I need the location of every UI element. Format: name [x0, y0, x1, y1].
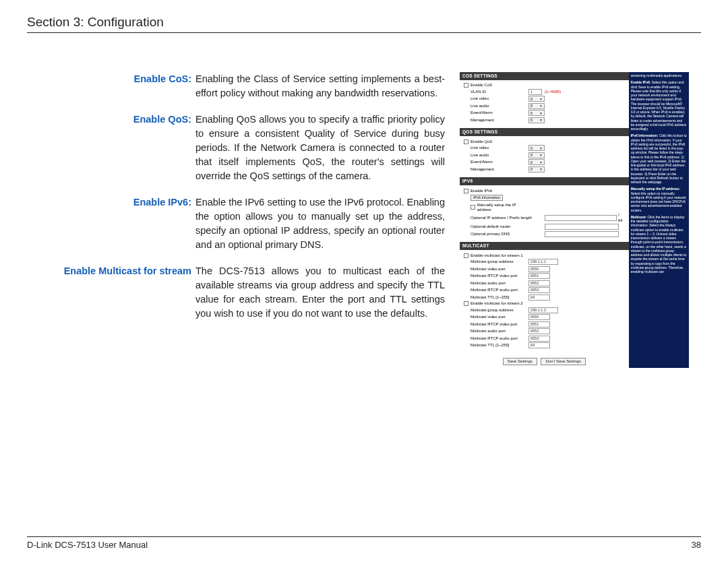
help-text: Manually setup the IP address: Select th… [631, 187, 687, 212]
section-title: Section 3: Configuration [27, 15, 164, 29]
qos-management-label: Management [464, 167, 528, 172]
qos-event-alarm-select[interactable]: 0▼ [528, 159, 545, 165]
cos-event-alarm-select[interactable]: 0▼ [528, 110, 545, 116]
chevron-down-icon: ▼ [539, 111, 543, 115]
def-enable-qos: Enable QoS: Enabling QoS allows you to s… [27, 113, 445, 183]
settings-form: COS SETTINGS Enable CoS VLAN ID1(1~4095)… [460, 72, 629, 368]
def-desc: The DCS-7513 allows you to multicast eac… [195, 264, 445, 321]
mc1-vp-input[interactable]: 6550 [528, 266, 550, 272]
def-term: Enable IPv6: [27, 195, 195, 252]
opt-dns-input[interactable] [545, 231, 619, 237]
ipv6-header: IPV6 [460, 177, 629, 185]
opt-ip-label: Optional IP address / Prefix length [464, 216, 545, 220]
button-row: Save Settings Don't Save Settings [460, 354, 629, 368]
mc2-grp-input[interactable]: 239.1.1.2 [528, 307, 558, 313]
qos-live-audio-select[interactable]: 0▼ [528, 152, 545, 158]
vlan-id-label: VLAN ID [464, 90, 528, 94]
mc2-ttl-label: Multicast TTL [1~255] [464, 343, 528, 348]
cos-header: COS SETTINGS [460, 72, 629, 80]
mc1-rvp-label: Multicast RTCP video port [464, 274, 528, 278]
chevron-down-icon: ▼ [539, 146, 543, 150]
definition-list: Enable CoS: Enabling the Class of Servic… [27, 72, 445, 368]
mc1-rap-label: Multicast RTCP audio port [464, 288, 528, 292]
qos-body: Enable QoS Live video0▼ Live audio0▼ Eve… [460, 136, 629, 177]
multicast-header: MULTICAST [460, 242, 629, 250]
settings-screenshot: COS SETTINGS Enable CoS VLAN ID1(1~4095)… [460, 72, 689, 368]
chevron-down-icon: ▼ [539, 160, 543, 164]
manual-ip-label: Manually setup the IP address [477, 203, 528, 212]
def-desc: Enable the IPv6 setting to use the IPv6 … [195, 195, 445, 252]
cos-live-video-select[interactable]: 0▼ [528, 96, 545, 102]
qos-header: QOS SETTINGS [460, 128, 629, 136]
cos-management-label: Management [464, 118, 528, 123]
enable-mc1-checkbox[interactable] [464, 253, 468, 258]
mc2-grp-label: Multicast group address [464, 308, 528, 313]
help-text: IPv6 Information: Click this button to o… [631, 133, 687, 184]
def-term: Enable Multicast for stream [27, 264, 195, 321]
def-enable-ipv6: Enable IPv6: Enable the IPv6 setting to … [27, 195, 445, 252]
opt-ip-suffix: / 64 [618, 213, 625, 222]
qos-live-audio-label: Live audio [464, 153, 528, 158]
enable-qos-label: Enable QoS [471, 139, 492, 144]
mc1-grp-input[interactable]: 239.1.1.1 [528, 259, 558, 265]
mc1-ttl-label: Multicast TTL [1~255] [464, 295, 528, 300]
mc2-rvp-input[interactable]: 6551 [528, 321, 550, 327]
cos-body: Enable CoS VLAN ID1(1~4095) Live video0▼… [460, 80, 629, 129]
mc2-ap-input[interactable]: 6552 [528, 328, 550, 334]
help-sidebar: streaming multimedia applications. Enabl… [629, 72, 689, 368]
ipv6-information-button[interactable]: IPv6 Information [471, 195, 503, 201]
mc1-ttl-input[interactable]: 64 [528, 294, 550, 301]
cos-live-audio-select[interactable]: 0▼ [528, 103, 545, 109]
mc1-ap-label: Multicast audio port [464, 281, 528, 286]
enable-ipv6-checkbox[interactable] [464, 189, 468, 193]
enable-mc2-label: Enable multicast for stream 2 [471, 301, 523, 306]
mc1-rap-input[interactable]: 6553 [528, 287, 550, 293]
page-footer: D-Link DCS-7513 User Manual 38 [27, 536, 701, 550]
qos-management-select[interactable]: 0▼ [528, 166, 545, 173]
opt-router-input[interactable] [545, 224, 619, 230]
chevron-down-icon: ▼ [539, 153, 543, 157]
mc2-rap-input[interactable]: 6553 [528, 336, 550, 342]
enable-cos-label: Enable CoS [471, 83, 492, 88]
help-text: Multicast: Click the items to display th… [631, 215, 687, 274]
enable-qos-checkbox[interactable] [464, 139, 468, 144]
mc2-rap-label: Multicast RTCP audio port [464, 336, 528, 341]
mc1-rvp-input[interactable]: 6551 [528, 273, 550, 279]
def-desc: Enabling the Class of Service setting im… [195, 72, 445, 100]
cos-management-select[interactable]: 0▼ [528, 117, 545, 123]
cos-event-alarm-label: Event/Alarm [464, 111, 528, 115]
help-text: streaming multimedia applications. [631, 73, 687, 77]
mc2-vp-label: Multicast video port [464, 315, 528, 319]
enable-mc1-label: Enable multicast for stream 1 [471, 253, 523, 258]
opt-dns-label: Optional primary DNS [464, 232, 545, 237]
mc1-vp-label: Multicast video port [464, 267, 528, 272]
manual-ip-checkbox[interactable] [471, 205, 475, 210]
def-desc: Enabling QoS allows you to specify a tra… [195, 113, 445, 183]
footer-title: D-Link DCS-7513 User Manual [27, 540, 148, 550]
mc2-vp-input[interactable]: 6550 [528, 314, 550, 320]
enable-mc2-checkbox[interactable] [464, 301, 468, 306]
mc2-ap-label: Multicast audio port [464, 329, 528, 334]
chevron-down-icon: ▼ [539, 104, 543, 108]
chevron-down-icon: ▼ [539, 97, 543, 101]
save-settings-button[interactable]: Save Settings [503, 358, 537, 365]
qos-live-video-select[interactable]: 0▼ [528, 145, 545, 151]
def-enable-multicast: Enable Multicast for stream The DCS-7513… [27, 264, 445, 321]
def-term: Enable QoS: [27, 113, 195, 183]
chevron-down-icon: ▼ [539, 118, 543, 122]
opt-ip-input[interactable] [545, 215, 617, 221]
def-term: Enable CoS: [27, 72, 195, 100]
opt-router-label: Optional default router [464, 224, 545, 229]
chevron-down-icon: ▼ [539, 167, 543, 171]
mc2-ttl-input[interactable]: 64 [528, 342, 550, 348]
enable-ipv6-label: Enable IPv6 [471, 189, 492, 193]
page-header: Section 3: Configuration [27, 15, 701, 33]
dont-save-settings-button[interactable]: Don't Save Settings [541, 358, 586, 365]
multicast-body: Enable multicast for stream 1 Multicast … [460, 250, 629, 354]
mc1-ap-input[interactable]: 6552 [528, 280, 550, 286]
footer-page-number: 38 [692, 540, 701, 550]
vlan-id-input[interactable]: 1 [528, 89, 542, 95]
ipv6-body: Enable IPv6 IPv6 Information Manually se… [460, 185, 629, 242]
qos-live-video-label: Live video [464, 146, 528, 150]
enable-cos-checkbox[interactable] [464, 83, 468, 88]
